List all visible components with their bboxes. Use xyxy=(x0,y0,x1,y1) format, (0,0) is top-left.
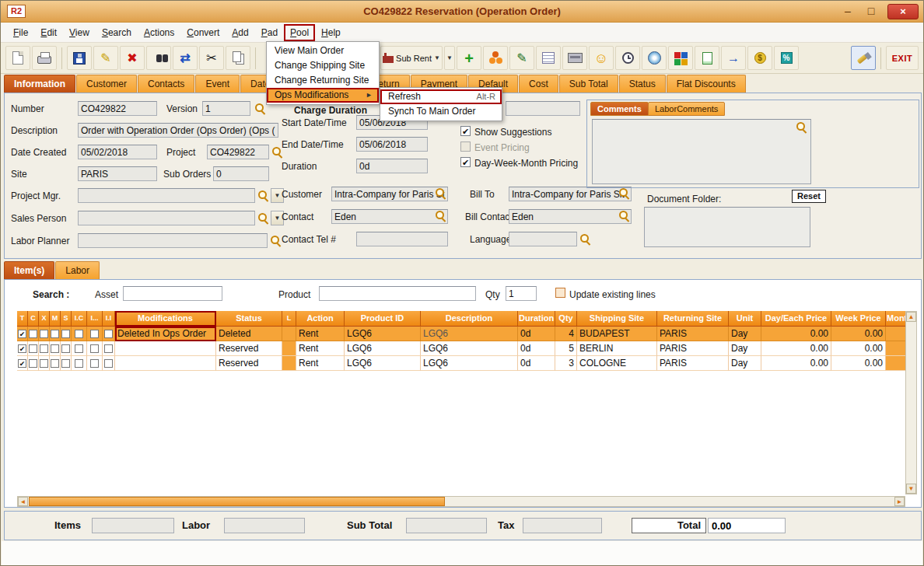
cell-shipping-site[interactable]: COLOGNE xyxy=(577,356,657,371)
row-checkbox[interactable] xyxy=(29,330,37,338)
description-field[interactable] xyxy=(78,123,278,138)
table-row[interactable]: ✔ Reserved Rent LGQ6 LGQ6 0d 3 COLOGNE P… xyxy=(17,356,905,371)
cell-duration[interactable]: 0d xyxy=(518,327,555,341)
scrollbar-thumb[interactable] xyxy=(29,497,445,506)
asset-search-input[interactable] xyxy=(123,286,222,301)
sub-orders-field[interactable] xyxy=(213,166,269,181)
project-field[interactable] xyxy=(207,145,269,159)
col-header-qty[interactable]: Qty xyxy=(555,311,577,327)
row-checkbox[interactable] xyxy=(51,330,59,338)
col-header-unit[interactable]: Unit xyxy=(729,311,761,327)
col-header-s[interactable]: S xyxy=(61,311,72,327)
tab-labor[interactable]: Labor xyxy=(55,261,100,279)
labor-planner-field[interactable] xyxy=(78,233,268,248)
row-checkbox[interactable] xyxy=(40,359,48,368)
cell-qty[interactable]: 3 xyxy=(555,356,577,371)
event-pricing-checkbox[interactable] xyxy=(460,142,471,152)
items-total-field[interactable] xyxy=(92,518,174,533)
cell-returning-site[interactable]: PARIS xyxy=(657,327,729,341)
sales-person-lookup-icon[interactable] xyxy=(258,213,269,224)
tab-cost[interactable]: Cost xyxy=(519,75,558,93)
qty-input[interactable] xyxy=(506,286,537,301)
bill-to-field[interactable] xyxy=(509,187,632,201)
menu-convert[interactable]: Convert xyxy=(180,24,226,41)
cell-product-id[interactable]: LGQ6 xyxy=(345,341,421,356)
cell-month-price[interactable] xyxy=(886,356,905,371)
unlabeled-field[interactable] xyxy=(506,101,580,116)
cell-week-price[interactable]: 0.00 xyxy=(831,327,886,341)
tab-information[interactable]: Information xyxy=(4,75,75,93)
exit-button[interactable]: EXIT xyxy=(886,46,919,70)
labor-planner-lookup-icon[interactable] xyxy=(271,236,282,246)
comments-lookup-icon[interactable] xyxy=(796,122,807,133)
row-checkbox[interactable] xyxy=(61,330,70,338)
cubes-button[interactable] xyxy=(668,46,693,70)
col-header-product-id[interactable]: Product ID xyxy=(345,311,421,327)
col-header-i2[interactable]: I.I xyxy=(103,311,115,327)
pad-button[interactable] xyxy=(536,46,561,70)
row-checkbox[interactable] xyxy=(29,344,37,353)
tab-status[interactable]: Status xyxy=(619,75,666,93)
menu-pool[interactable]: Pool xyxy=(284,24,315,41)
menu-add[interactable]: Add xyxy=(226,24,254,41)
cell-description[interactable]: LGQ6 xyxy=(421,327,518,341)
language-field[interactable] xyxy=(509,232,577,246)
menu-item-synch-to-main-order[interactable]: Synch To Main Order xyxy=(380,104,502,119)
flashlight-button[interactable] xyxy=(851,46,876,70)
language-lookup-icon[interactable] xyxy=(580,234,591,245)
total-value-field[interactable] xyxy=(708,518,786,533)
menu-item-change-returning-site[interactable]: Change Returning Site xyxy=(267,73,379,88)
cell-action[interactable]: Rent xyxy=(296,341,345,356)
document-folder-box[interactable] xyxy=(644,207,810,247)
col-header-day-each-price[interactable]: Day/Each Price xyxy=(761,311,831,327)
col-header-l[interactable]: L xyxy=(282,311,296,327)
add-item-button[interactable]: + xyxy=(457,46,481,70)
cell-l[interactable] xyxy=(282,341,296,356)
row-checkbox[interactable] xyxy=(104,344,113,353)
edit-button[interactable]: ✎ xyxy=(93,46,118,70)
vertical-scrollbar[interactable]: ▲ ▼ xyxy=(905,311,917,494)
cell-modifications[interactable] xyxy=(115,341,216,356)
col-header-returning-site[interactable]: Returning Site xyxy=(657,311,729,327)
new-order-button[interactable] xyxy=(5,46,30,70)
row-checkbox[interactable] xyxy=(40,344,48,353)
row-checkbox[interactable]: ✔ xyxy=(18,330,26,338)
transfer-button[interactable]: → xyxy=(721,46,746,70)
col-header-duration[interactable]: Duration xyxy=(518,311,555,327)
discount-button[interactable]: % xyxy=(774,46,799,70)
contact-lookup-icon[interactable] xyxy=(436,211,446,222)
row-checkbox[interactable]: ✔ xyxy=(18,359,26,368)
cell-duration[interactable]: 0d xyxy=(518,356,555,371)
col-header-m[interactable]: M xyxy=(50,311,61,327)
col-header-modifications[interactable]: Modifications xyxy=(115,311,216,327)
col-header-shipping-site[interactable]: Shipping Site xyxy=(577,311,657,327)
customer-lookup-icon[interactable] xyxy=(436,188,446,199)
tab-event[interactable]: Event xyxy=(195,75,240,93)
row-checkbox[interactable] xyxy=(104,359,113,368)
close-button[interactable]: × xyxy=(887,4,919,19)
cell-action[interactable]: Rent xyxy=(296,327,345,341)
tab-items[interactable]: Item(s) xyxy=(4,261,54,279)
product-search-input[interactable] xyxy=(319,286,476,301)
tab-contacts[interactable]: Contacts xyxy=(138,75,194,93)
save-button[interactable] xyxy=(67,46,92,70)
row-checkbox[interactable] xyxy=(75,330,83,338)
horizontal-scrollbar[interactable]: ◄ ► xyxy=(17,496,905,507)
col-header-c[interactable]: C xyxy=(28,311,39,327)
scroll-down-button[interactable]: ▼ xyxy=(906,484,916,494)
version-field[interactable] xyxy=(202,101,250,116)
tax-field[interactable] xyxy=(523,518,602,533)
customer-field[interactable] xyxy=(331,187,448,201)
bill-contact-field[interactable] xyxy=(509,209,632,224)
version-lookup-icon[interactable] xyxy=(255,103,266,114)
cell-week-price[interactable]: 0.00 xyxy=(831,341,886,356)
cell-modifications[interactable] xyxy=(115,356,216,371)
cell-product-id[interactable]: LGQ6 xyxy=(345,327,421,341)
row-checkbox[interactable] xyxy=(90,359,99,368)
menu-item-refresh[interactable]: Refresh Alt-R xyxy=(380,89,502,104)
cell-returning-site[interactable]: PARIS xyxy=(657,341,729,356)
cell-day-each-price[interactable]: 0.00 xyxy=(761,356,831,371)
cell-month-price[interactable] xyxy=(886,341,905,356)
col-header-t[interactable]: T xyxy=(17,311,28,327)
col-header-month-price[interactable]: Month Price xyxy=(886,311,905,327)
